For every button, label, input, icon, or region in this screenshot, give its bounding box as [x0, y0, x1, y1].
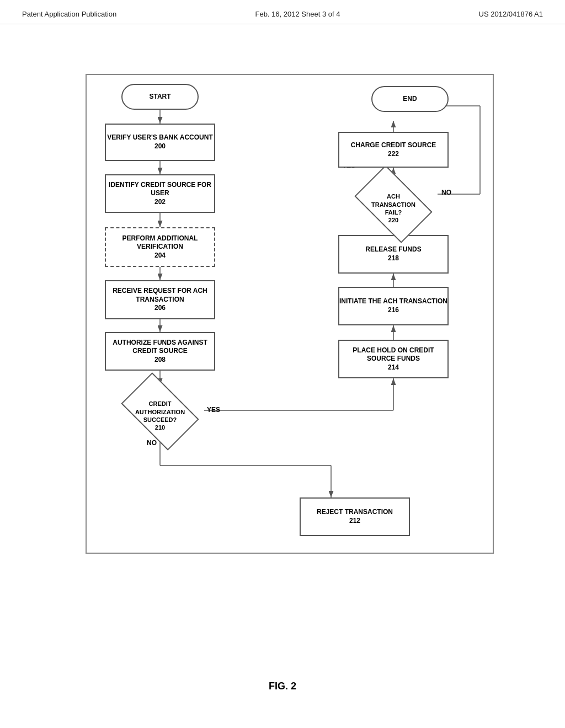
header-left: Patent Application Publication	[22, 10, 116, 18]
diagram-border	[86, 74, 494, 554]
diagram: START VERIFY USER'S BANK ACCOUNT200 IDEN…	[0, 24, 565, 675]
page-header: Patent Application Publication Feb. 16, …	[0, 0, 565, 24]
figure-label: FIG. 2	[0, 681, 565, 692]
header-middle: Feb. 16, 2012 Sheet 3 of 4	[255, 10, 340, 18]
header-right: US 2012/041876 A1	[479, 10, 543, 18]
